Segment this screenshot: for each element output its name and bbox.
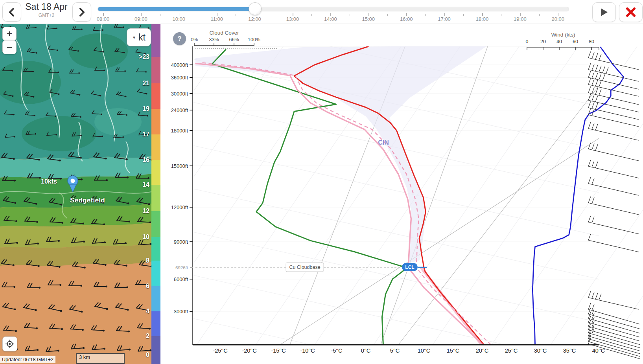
timeline-tick — [482, 13, 483, 16]
wind-speed-legend — [151, 24, 160, 364]
timeline-tick — [444, 13, 445, 16]
timeline-tick — [198, 14, 198, 16]
legend-value-label: >23 — [126, 53, 149, 61]
legend-value-label: 21 — [126, 80, 149, 87]
next-day-button[interactable] — [72, 2, 91, 22]
altitude-tick-label: 24000ft — [171, 107, 188, 113]
legend-value-label: 12 — [126, 208, 149, 215]
map-zoom-in-button[interactable]: + — [2, 27, 17, 41]
time-label: 19:00 — [514, 16, 527, 22]
wind-axis: Wind (kts)020406080 — [526, 32, 599, 50]
parcel_solid-curve — [195, 64, 483, 345]
map-scale-bar: 3 km — [76, 353, 125, 364]
time-label: 11:00 — [210, 16, 223, 22]
time-toolbar: Sat 18 Apr GMT+2 08:0009:0010:0011:0012:… — [0, 0, 643, 24]
time-label: 10:00 — [173, 16, 186, 22]
plot-area — [160, 24, 643, 364]
timeline-tick — [387, 14, 388, 16]
locate-button[interactable] — [2, 336, 17, 351]
legend-value-label: 17 — [126, 131, 149, 138]
timeline-tick — [293, 13, 293, 16]
temperature-tick-label: 5°C — [390, 347, 400, 354]
temperature-tick-label: 0°C — [361, 347, 370, 354]
timeline-tick — [539, 14, 540, 16]
cloud-cover-tick-label: 0% — [191, 37, 198, 42]
wind-tick-label: 40 — [556, 39, 562, 44]
temperature-tick-label: 20°C — [476, 347, 488, 354]
legend-value-label: 10 — [126, 233, 149, 241]
temperature-tick-label: 10°C — [418, 347, 430, 354]
wind-barb-icon — [588, 160, 639, 178]
previous-day-button[interactable] — [2, 2, 21, 22]
time-ticks — [0, 0, 643, 24]
altitude-tick-label: 40000ft — [171, 62, 188, 68]
timeline-tick — [160, 14, 160, 16]
temperature-tick-label: -20°C — [242, 347, 256, 354]
timeline-tick — [274, 14, 274, 16]
cloud-cover-axis: Cloud Cover0%33%66%100% — [191, 30, 278, 49]
legend-color-segment — [151, 286, 160, 311]
play-button[interactable] — [592, 2, 616, 22]
question-mark-icon: ? — [177, 35, 181, 43]
wind-tick-label: 80 — [589, 39, 594, 44]
timeline-tick — [141, 13, 142, 16]
timeline-tick — [368, 13, 369, 16]
minus-icon: − — [6, 41, 12, 53]
wind-tick-label: 60 — [573, 39, 578, 44]
unit-selector-button[interactable]: ▼ kt — [127, 28, 151, 46]
timeline-tick — [350, 14, 350, 16]
legend-color-segment — [151, 211, 160, 237]
time-slider-fill — [98, 7, 255, 11]
time-label: 12:00 — [248, 16, 261, 22]
altitude-tick-label: 9000ft — [174, 239, 188, 245]
updated-timestamp: Updated: 06:18 GMT+2 — [0, 356, 55, 363]
timeline-tick — [330, 13, 331, 16]
legend-color-segment — [151, 109, 160, 134]
altitude-tick-label: 30000ft — [171, 91, 188, 97]
legend-color-segment — [151, 83, 160, 109]
cin-shaded-region — [195, 46, 488, 263]
weather-app: { "topbar": { "date": "Sat 18 Apr", "tim… — [0, 0, 643, 364]
unit-label: kt — [138, 32, 146, 43]
temperature-tick-label: -10°C — [300, 347, 315, 354]
time-slider[interactable] — [98, 7, 569, 11]
timeline-tick — [103, 13, 104, 16]
wind-axis-title: Wind (kts) — [551, 32, 575, 38]
temperature-tick-label: 15°C — [447, 347, 459, 354]
time-label: 15:00 — [362, 16, 375, 22]
legend-color-segment — [151, 24, 160, 57]
time-label: 16:00 — [400, 16, 413, 22]
timezone-label: GMT+2 — [21, 13, 72, 18]
legend-color-segment — [151, 185, 160, 211]
temperature-tick-label: -25°C — [213, 347, 227, 354]
time-label: 09:00 — [134, 16, 147, 22]
legend-color-segment — [151, 160, 160, 185]
time-label: 08:00 — [97, 16, 110, 22]
wind-barb-icon — [588, 312, 640, 333]
town-label: Sedgefield — [70, 197, 105, 204]
wind-barb-icon — [588, 291, 639, 309]
wind-barb-icon — [588, 234, 639, 252]
annotations: Cu CloudbaseLCLCIN — [195, 139, 427, 272]
altitude-axis: 40000ft36000ft30000ft24000ft18000ft15000… — [171, 46, 193, 345]
crosshair-icon — [5, 339, 15, 349]
wind-tick-label: 0 — [526, 39, 529, 44]
legend-value-label: 4 — [126, 308, 149, 315]
date-display: Sat 18 Apr GMT+2 — [21, 2, 72, 18]
altitude-tick-label: 3000ft — [174, 309, 188, 314]
wind-barb-icon — [588, 216, 639, 234]
legend-color-segment — [151, 237, 160, 261]
time-slider-handle[interactable] — [249, 2, 262, 15]
help-button[interactable]: ? — [173, 32, 186, 45]
legend-color-segment — [151, 311, 160, 336]
cloud-cover-tick-label: 33% — [209, 37, 219, 42]
map-zoom-out-button[interactable]: − — [2, 40, 17, 54]
close-button[interactable] — [619, 2, 643, 22]
legend-value-label: 0 — [126, 351, 149, 358]
legend-color-segment — [151, 134, 160, 160]
lcl-label: LCL — [405, 265, 414, 270]
time-label: 17:00 — [438, 16, 451, 22]
time-label: 18:00 — [476, 16, 489, 22]
temperature-tick-label: 25°C — [505, 347, 518, 354]
altitude-tick-label: 36000ft — [171, 75, 188, 81]
